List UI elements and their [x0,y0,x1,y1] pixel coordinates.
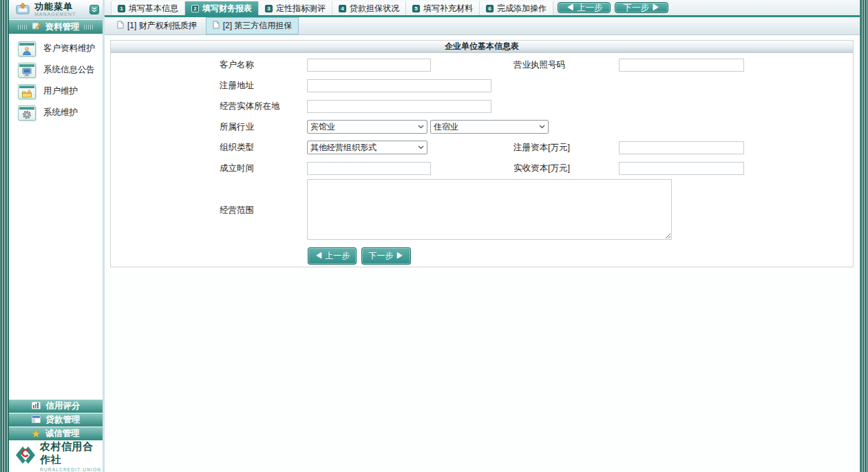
sidebar-collapse-button[interactable] [89,5,99,14]
tab-label: 填写基本信息 [129,3,178,14]
brand-name: 农村信用合作社 [40,440,103,466]
paid-capital-input[interactable] [619,162,744,175]
page-icon [213,21,220,31]
subtab-label: [1] 财产权利抵质押 [127,20,197,32]
tab-label: 填写补充材料 [423,3,473,14]
left-window-stripe [0,0,9,472]
business-scope-textarea[interactable] [307,179,672,240]
enterprise-info-panel: 企业单位基本信息表 客户名称 营业执照号码 注册地址 经营实体所在地 [110,40,854,267]
tab-number-icon: 5 [412,5,420,12]
form-prev-step-button[interactable]: ◀ 上一步 [308,247,357,265]
industry-select-primary[interactable]: 宾馆业 [307,120,427,134]
tab-complete-operation[interactable]: 6 完成添加操作 [480,1,553,15]
main-area: 1 填写基本信息 2 填写财务报表 3 定性指标测评 4 贷款担保状况 5 填写… [105,0,860,472]
established-date-input[interactable] [307,162,431,175]
subtab-third-party-credit[interactable]: [2] 第三方信用担保 [206,17,299,34]
chevron-down-icon [418,145,424,150]
edit-pencil-icon [32,22,41,32]
industry-select-secondary[interactable]: 住宿业 [430,120,549,134]
tab-label: 定性指标测评 [276,3,326,14]
industry-select-primary-value: 宾馆业 [310,121,418,133]
sidebar: 功能菜单 MANAGEMENT 资料管理 客户资料维护 系统信息公告 [9,0,105,472]
entity-location-input[interactable] [307,100,491,113]
chevron-down-icon [418,125,424,129]
guarantee-subtab-row: [1] 财产权利抵质押 [2] 第三方信用担保 [105,17,860,35]
top-next-step-button[interactable]: 下一步 ▶ [615,2,668,13]
paid-capital-label: 实收资本[万元] [514,163,619,174]
form-button-row: ◀ 上一步 下一步 ▶ [111,247,853,265]
tab-number-icon: 4 [339,5,346,12]
credit-score-icon [32,402,41,411]
business-scope-label: 经营范围 [220,205,307,216]
form-row: 经营范围 [111,178,853,242]
top-prev-step-button[interactable]: ◀ 上一步 [558,2,611,13]
sidebar-section-label: 诚信管理 [45,428,80,440]
deco-stripes [18,25,28,30]
tab-label: 贷款担保状况 [350,3,399,14]
tab-label: 填写财务报表 [202,3,252,14]
brand-name-en: RURALCREDIT UNION [40,467,103,472]
sidebar-item-system-maintenance[interactable]: 系统维护 [9,102,103,123]
tab-supplementary-materials[interactable]: 5 填写补充材料 [406,1,480,15]
sidebar-item-customer-profile[interactable]: 客户资料维护 [9,38,103,59]
tab-financial-report[interactable]: 2 填写财务报表 [185,1,259,15]
industry-label: 所属行业 [220,121,307,133]
user-maintenance-icon [18,84,36,99]
content-area: 企业单位基本信息表 客户名称 营业执照号码 注册地址 经营实体所在地 [105,35,860,472]
panel-title: 企业单位基本信息表 [111,41,853,53]
menu-folder-icon [16,2,30,17]
registered-address-input[interactable] [307,79,491,92]
form-row: 客户名称 营业执照号码 [111,54,853,75]
sidebar-section-data-management[interactable]: 资料管理 [9,19,103,34]
business-license-input[interactable] [619,59,744,72]
sidebar-item-user-maintenance[interactable]: 用户维护 [9,81,103,102]
loan-management-icon [32,415,41,425]
system-maintenance-icon [18,105,36,121]
tab-label: 完成添加操作 [497,3,547,14]
chevron-down-icon [539,125,545,129]
tab-number-icon: 1 [118,5,125,12]
customer-name-input[interactable] [307,59,431,72]
business-license-label: 营业执照号码 [514,59,619,71]
form-row: 注册地址 [111,75,853,96]
sidebar-header: 功能菜单 MANAGEMENT [9,0,103,19]
form-next-step-button[interactable]: 下一步 ▶ [361,247,410,265]
sidebar-section-label: 贷款管理 [46,414,81,426]
page-icon [117,21,124,31]
sidebar-section-integrity-management[interactable]: ★ 诚信管理 [9,427,103,440]
tab-number-icon: 6 [486,5,494,12]
sidebar-item-label: 客户资料维护 [43,43,95,54]
integrity-star-icon: ★ [32,429,40,438]
form-row: 组织类型 其他经营组织形式 注册资本[万元] [111,137,853,158]
form-row: 成立时间 实收资本[万元] [111,158,853,178]
tab-basic-info[interactable]: 1 填写基本信息 [111,1,185,15]
sidebar-item-label: 系统信息公告 [43,64,95,76]
sidebar-section-loan-management[interactable]: 贷款管理 [9,413,103,427]
tab-loan-guarantee[interactable]: 4 贷款担保状况 [332,1,406,15]
sidebar-item-system-announcement[interactable]: 系统信息公告 [9,59,103,81]
tab-qualitative-evaluation[interactable]: 3 定性指标测评 [259,1,332,15]
registered-address-label: 注册地址 [220,80,307,92]
right-window-stripe [860,0,868,472]
form-row: 经营实体所在地 [111,96,853,116]
sidebar-item-label: 系统维护 [43,107,78,119]
sidebar-section-label: 信用评分 [46,400,81,412]
registered-capital-input[interactable] [619,141,744,154]
industry-select-secondary-value: 住宿业 [434,121,539,133]
tab-number-icon: 2 [191,5,199,12]
customer-profile-icon [18,41,36,57]
org-type-select[interactable]: 其他经营组织形式 [307,141,427,154]
org-type-select-value: 其他经营组织形式 [310,142,418,154]
entity-location-label: 经营实体所在地 [220,101,307,112]
subtab-property-pledge[interactable]: [1] 财产权利抵质押 [111,18,203,34]
sidebar-section-label: 资料管理 [45,21,80,33]
sidebar-title: 功能菜单 [34,2,76,11]
org-type-label: 组织类型 [220,142,307,154]
sidebar-spacer [9,123,103,399]
sidebar-item-label: 用户维护 [43,85,78,97]
established-date-label: 成立时间 [220,163,307,174]
sidebar-section-credit-score[interactable]: 信用评分 [9,399,103,413]
system-announcement-icon [18,63,36,78]
subtab-label: [2] 第三方信用担保 [223,20,293,32]
brand-logo: 农村信用合作社 RURALCREDIT UNION [9,440,103,472]
